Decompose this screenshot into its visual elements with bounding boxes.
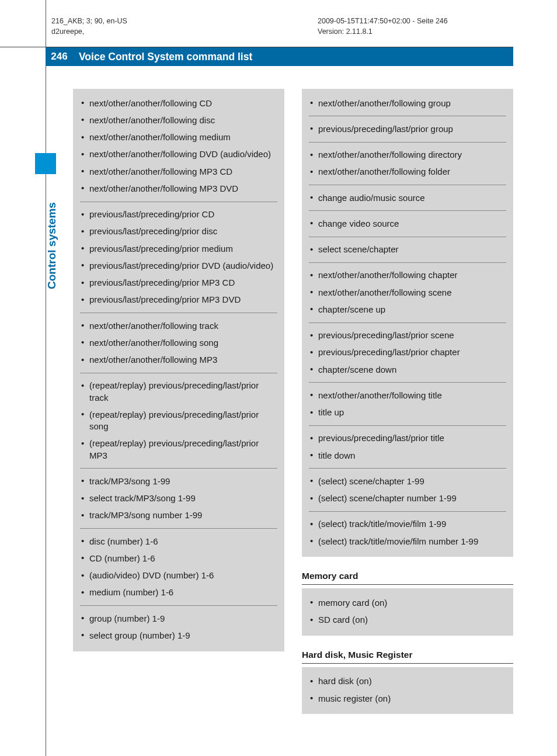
list-item: next/other/another/following directory (309, 147, 506, 164)
list-item: (audio/video) DVD (number) 1-6 (80, 567, 277, 584)
memory-card-section: Memory card memory card (on)SD card (on) (302, 570, 513, 636)
list-group: next/other/another/following tracknext/o… (80, 317, 277, 369)
list-item: previous/preceding/last/prior chapter (309, 344, 506, 361)
list-item: disc (number) 1-6 (80, 533, 277, 550)
right-column: next/other/another/following groupprevio… (302, 89, 513, 727)
group-separator (80, 528, 277, 529)
list-item: next/other/another/following MP3 (80, 352, 277, 369)
list-item: previous/preceding/last/prior scene (309, 327, 506, 344)
list-group: previous/preceding/last/prior titletitle… (309, 430, 506, 464)
group-separator (309, 116, 506, 116)
group-separator (309, 210, 506, 211)
list-group: next/other/another/following directoryne… (309, 147, 506, 181)
list-group: change video source (309, 215, 506, 232)
list-item: memory card (on) (309, 594, 506, 611)
list-group: disc (number) 1-6CD (number) 1-6(audio/v… (80, 533, 277, 601)
list-item: chapter/scene down (309, 361, 506, 378)
list-item: previous/last/preceding/prior DVD (audio… (80, 257, 277, 274)
list-item: next/other/another/following medium (80, 129, 277, 146)
list-group: memory card (on)SD card (on) (309, 594, 506, 629)
left-command-block: next/other/another/following CDnext/othe… (73, 89, 284, 651)
page-left-border (46, 0, 46, 756)
list-item: next/other/another/following disc (80, 112, 277, 129)
list-item: track/MP3/song 1-99 (80, 473, 277, 490)
list-item: (select) track/title/movie/film number 1… (309, 533, 506, 550)
hard-disk-section: Hard disk, Music Register hard disk (on)… (302, 649, 513, 715)
list-item: track/MP3/song number 1-99 (80, 507, 277, 524)
group-separator (80, 468, 277, 469)
group-separator (309, 382, 506, 383)
group-separator (309, 237, 506, 237)
group-separator (80, 373, 277, 373)
list-item: previous/preceding/last/prior group (309, 120, 506, 137)
hard-disk-block: hard disk (on)music register (on) (302, 667, 513, 715)
list-item: title down (309, 447, 506, 464)
group-separator (80, 313, 277, 313)
list-group: (repeat/replay) previous/preceding/last/… (80, 377, 277, 464)
list-item: next/other/another/following MP3 CD (80, 163, 277, 180)
list-item: next/other/another/following group (309, 95, 506, 112)
list-item: music register (on) (309, 690, 506, 707)
group-separator (309, 511, 506, 512)
list-item: next/other/another/following CD (80, 95, 277, 112)
page-number: 246 (46, 47, 73, 66)
list-item: previous/last/preceding/prior MP3 DVD (80, 292, 277, 308)
list-group: hard disk (on)music register (on) (309, 673, 506, 708)
list-item: previous/last/preceding/prior medium (80, 240, 277, 257)
group-separator (80, 605, 277, 606)
list-item: (repeat/replay) previous/preceding/last/… (80, 435, 277, 464)
list-item: change audio/music source (309, 189, 506, 206)
list-item: next/other/another/following track (80, 317, 277, 334)
list-item: (select) scene/chapter number 1-99 (309, 490, 506, 507)
list-item: (repeat/replay) previous/preceding/last/… (80, 406, 277, 435)
list-item: hard disk (on) (309, 673, 506, 690)
list-item: next/other/another/following title (309, 387, 506, 404)
content-columns: next/other/another/following CDnext/othe… (73, 89, 513, 727)
left-column: next/other/another/following CDnext/othe… (73, 89, 284, 727)
list-item: (select) track/title/movie/film 1-99 (309, 516, 506, 533)
list-group: next/other/another/following CDnext/othe… (80, 95, 277, 197)
memory-card-heading: Memory card (302, 570, 513, 585)
list-item: previous/last/preceding/prior MP3 CD (80, 275, 277, 292)
header-left-line1: 216_AKB; 3; 90, en-US (51, 16, 227, 27)
memory-card-block: memory card (on)SD card (on) (302, 588, 513, 636)
list-item: title up (309, 404, 506, 421)
list-group: (select) track/title/movie/film 1-99(sel… (309, 516, 506, 550)
list-item: group (number) 1-9 (80, 610, 277, 627)
list-item: select scene/chapter (309, 241, 506, 258)
list-item: previous/preceding/last/prior title (309, 430, 506, 447)
list-group: group (number) 1-9select group (number) … (80, 610, 277, 644)
list-item: previous/last/preceding/prior CD (80, 206, 277, 223)
list-item: next/other/another/following song (80, 334, 277, 351)
group-separator (309, 262, 506, 263)
list-item: previous/last/preceding/prior disc (80, 223, 277, 240)
list-item: (repeat/replay) previous/preceding/last/… (80, 377, 277, 407)
list-group: previous/preceding/last/prior group (309, 120, 506, 137)
page-title-band: Voice Control System command list (73, 47, 513, 66)
list-item: SD card (on) (309, 612, 506, 629)
list-item: next/other/another/following chapter (309, 267, 506, 284)
header-right-line1: 2009-05-15T11:47:50+02:00 - Seite 246 (318, 16, 522, 27)
list-item: next/other/another/following folder (309, 164, 506, 181)
list-group: previous/last/preceding/prior CDprevious… (80, 206, 277, 309)
list-item: (select) scene/chapter 1-99 (309, 473, 506, 490)
list-group: select scene/chapter (309, 241, 506, 258)
list-item: select group (number) 1-9 (80, 627, 277, 644)
list-group: next/other/another/following titletitle … (309, 387, 506, 421)
list-group: (select) scene/chapter 1-99(select) scen… (309, 473, 506, 507)
group-separator (309, 142, 506, 143)
group-separator (309, 425, 506, 426)
list-group: track/MP3/song 1-99select track/MP3/song… (80, 473, 277, 524)
side-tab-block (35, 153, 56, 174)
list-item: medium (number) 1-6 (80, 584, 277, 601)
list-group: next/other/another/following chapternext… (309, 267, 506, 318)
list-item: next/other/another/following MP3 DVD (80, 180, 277, 197)
right-command-block-1: next/other/another/following groupprevio… (302, 89, 513, 557)
list-item: select track/MP3/song 1-99 (80, 490, 277, 507)
group-separator (309, 185, 506, 185)
group-separator (309, 468, 506, 469)
hard-disk-heading: Hard disk, Music Register (302, 649, 513, 664)
list-item: change video source (309, 215, 506, 232)
list-item: chapter/scene up (309, 301, 506, 318)
document-header: 216_AKB; 3; 90, en-US d2ureepe, 2009-05-… (51, 16, 522, 37)
